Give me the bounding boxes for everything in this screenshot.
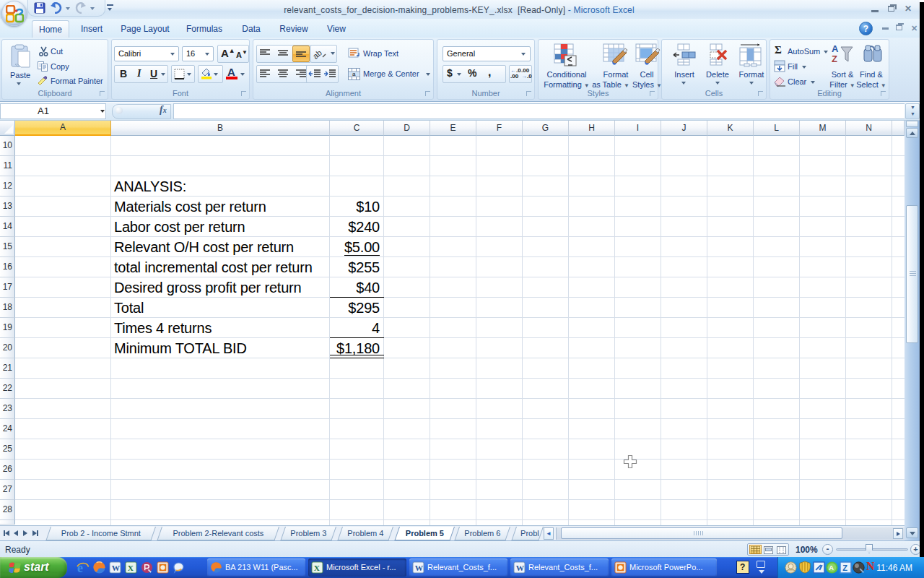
- svg-text:A: A: [832, 43, 839, 54]
- svg-text:A: A: [829, 564, 834, 571]
- svg-text:a: a: [352, 71, 356, 77]
- svg-text:W: W: [112, 564, 121, 572]
- svg-text:e: e: [77, 561, 83, 574]
- svg-text:Z: Z: [842, 564, 847, 572]
- svg-text:W: W: [415, 564, 424, 572]
- svg-text:W: W: [516, 564, 525, 572]
- svg-text:X: X: [314, 564, 321, 572]
- svg-text:ab: ab: [313, 48, 323, 60]
- svg-text:Z: Z: [832, 53, 837, 64]
- svg-text:X: X: [128, 564, 134, 572]
